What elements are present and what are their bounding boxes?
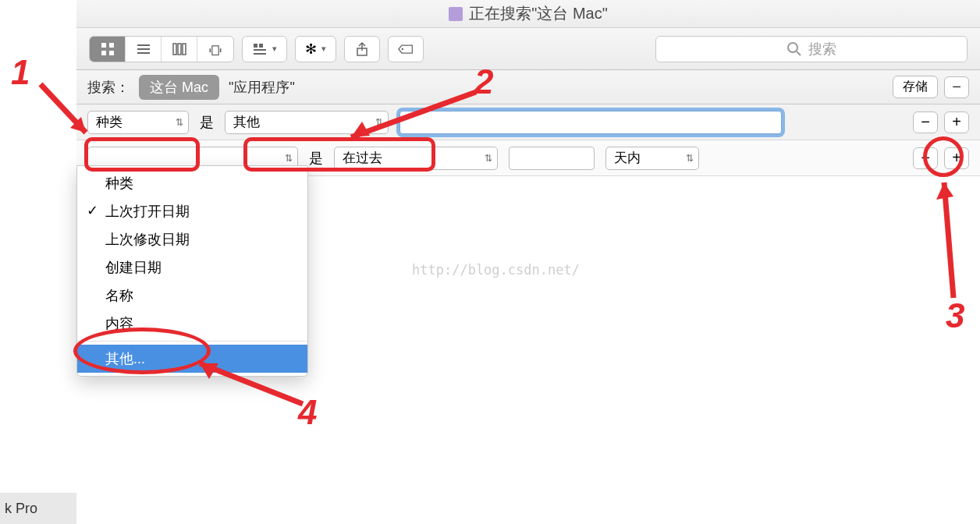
- svg-rect-4: [137, 44, 150, 46]
- save-button[interactable]: 存储: [893, 76, 938, 98]
- remove-scope-button[interactable]: −: [944, 76, 969, 98]
- gallery-icon: [208, 41, 223, 57]
- attribute-dropdown: 种类 上次打开日期 上次修改日期 创建日期 名称 内容 其他...: [76, 165, 308, 377]
- dropdown-item[interactable]: 名称: [77, 281, 307, 310]
- svg-rect-5: [137, 48, 150, 50]
- add-filter-button-2[interactable]: +: [944, 147, 969, 169]
- scope-actions: 存储 −: [893, 76, 969, 98]
- svg-marker-27: [936, 182, 953, 200]
- dropdown-separator: [77, 341, 307, 342]
- svg-rect-11: [212, 45, 218, 55]
- annotation-number-1: 1: [11, 53, 30, 92]
- add-filter-button[interactable]: +: [944, 112, 969, 133]
- column-view-button[interactable]: [162, 37, 197, 62]
- svg-rect-2: [101, 51, 106, 55]
- svg-point-19: [402, 48, 404, 50]
- dropdown-item[interactable]: 种类: [77, 169, 307, 197]
- annotation-arrow-3: [930, 173, 969, 306]
- tags-button[interactable]: [388, 36, 424, 62]
- share-icon: [354, 41, 370, 57]
- svg-rect-14: [259, 44, 263, 48]
- svg-rect-3: [109, 51, 114, 55]
- search-input[interactable]: 搜索: [655, 36, 968, 62]
- dropdown-item[interactable]: 上次打开日期: [77, 197, 307, 225]
- list-icon: [136, 41, 151, 57]
- annotation-number-4: 4: [298, 393, 317, 432]
- op-label-2: 是: [309, 149, 323, 168]
- row-actions: − +: [913, 112, 969, 133]
- attribute-select[interactable]: 种类: [87, 111, 189, 134]
- svg-rect-16: [254, 53, 266, 55]
- svg-rect-6: [137, 52, 150, 54]
- gear-icon: ✻: [305, 41, 317, 58]
- dropdown-item[interactable]: 内容: [77, 310, 307, 338]
- svg-line-24: [351, 92, 476, 137]
- action-button[interactable]: ✻ ▾: [295, 36, 336, 62]
- chevron-down-icon: ▾: [272, 44, 277, 54]
- list-view-button[interactable]: [126, 37, 162, 62]
- annotation-arrow-1: [31, 78, 101, 148]
- remove-filter-button[interactable]: −: [913, 112, 938, 133]
- scope-applications[interactable]: "应用程序": [229, 78, 295, 97]
- group-icon: [252, 41, 268, 57]
- row-actions-2: − +: [913, 147, 969, 169]
- svg-rect-7: [173, 44, 176, 55]
- sidebar-item-label: k Pro: [0, 493, 76, 524]
- svg-line-21: [797, 51, 801, 55]
- scope-bar: 搜索： 这台 Mac "应用程序" 存储 −: [76, 70, 980, 104]
- dropdown-item[interactable]: 上次修改日期: [77, 225, 307, 253]
- toolbar: ▾ ✻ ▾ 搜索: [76, 28, 980, 70]
- icon-view-button[interactable]: [90, 37, 126, 62]
- grid-icon: [100, 41, 115, 57]
- svg-rect-12: [220, 48, 222, 52]
- share-button[interactable]: [344, 36, 380, 62]
- annotation-arrow-2: [336, 86, 492, 148]
- value-select-2[interactable]: 在过去: [334, 147, 498, 170]
- tag-icon: [398, 41, 414, 57]
- svg-rect-1: [109, 43, 114, 48]
- annotation-number-3: 3: [946, 296, 964, 335]
- chevron-down-icon: ▾: [321, 44, 326, 54]
- columns-icon: [172, 41, 187, 57]
- svg-point-20: [788, 43, 797, 52]
- search-placeholder: 搜索: [808, 40, 836, 58]
- svg-rect-0: [101, 43, 106, 48]
- annotation-number-2: 2: [474, 62, 493, 101]
- svg-rect-10: [210, 48, 211, 52]
- finder-window: 正在搜索"这台 Mac" ▾ ✻ ▾: [76, 0, 980, 524]
- filter-row-1: 种类 是 其他 − +: [76, 104, 980, 140]
- group-by-button[interactable]: ▾: [242, 36, 287, 62]
- svg-rect-8: [178, 44, 181, 55]
- svg-rect-9: [183, 44, 186, 55]
- svg-line-28: [200, 363, 303, 404]
- watermark-text: http://blog.csdn.net/: [412, 262, 580, 278]
- view-switcher: [89, 36, 234, 62]
- svg-rect-15: [254, 49, 266, 51]
- gallery-view-button[interactable]: [197, 37, 233, 62]
- remove-filter-button-2[interactable]: −: [913, 147, 938, 169]
- op-label: 是: [200, 113, 214, 132]
- dropdown-item[interactable]: 创建日期: [77, 253, 307, 281]
- folder-icon: [449, 7, 463, 21]
- titlebar: 正在搜索"这台 Mac": [76, 0, 980, 28]
- annotation-arrow-4: [186, 352, 311, 415]
- svg-rect-13: [254, 44, 257, 48]
- window-title: 正在搜索"这台 Mac": [469, 3, 608, 24]
- number-input[interactable]: [509, 147, 595, 170]
- svg-line-26: [944, 182, 953, 298]
- scope-this-mac[interactable]: 这台 Mac: [139, 75, 219, 100]
- unit-select[interactable]: 天内: [605, 147, 699, 170]
- search-icon: [786, 41, 802, 57]
